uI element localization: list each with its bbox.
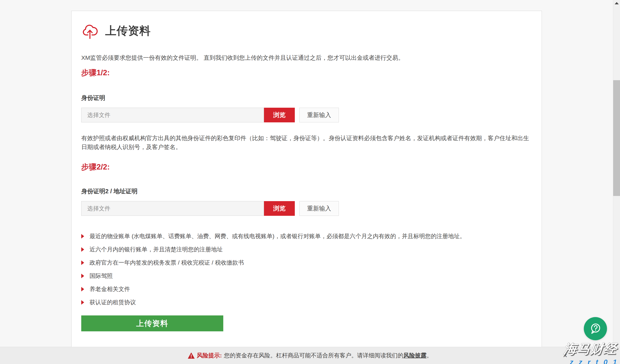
spacer: [295, 108, 299, 122]
list-item-text: 国际驾照: [90, 272, 113, 280]
triangle-bullet-icon: [81, 300, 84, 305]
close-icon[interactable]: ×: [563, 352, 567, 359]
identity-file-input[interactable]: [81, 108, 264, 122]
intro-text: XM监管必须要求您提供一份有效的文件证明。 直到我们收到您上传的文件并且认证通过…: [81, 54, 532, 62]
identity-upload-row: 浏览 重新输入: [81, 108, 532, 122]
help-chat-button[interactable]: [584, 317, 607, 340]
question-bubble-icon: [589, 322, 602, 335]
identity-browse-button[interactable]: 浏览: [264, 108, 295, 122]
address-browse-button[interactable]: 浏览: [264, 201, 295, 216]
list-item-text: 近六个月内的银行账单，并且清楚注明您的注册地址: [90, 245, 223, 253]
list-item: 国际驾照: [81, 273, 532, 279]
triangle-bullet-icon: [81, 287, 84, 291]
risk-warning-content: 风险提示: 您的资金存在风险。杠杆商品可能不适合所有客户。请详细阅读我们的风险披…: [188, 352, 432, 360]
scroll-up-arrow-icon[interactable]: [615, 2, 619, 4]
risk-disclosure-link[interactable]: 风险披露: [403, 352, 426, 359]
page-title: 上传资料: [105, 23, 151, 38]
cloud-upload-icon: [81, 23, 99, 39]
list-item: 获认证的租赁协议: [81, 300, 532, 305]
list-item: 近六个月内的银行账单，并且清楚注明您的注册地址: [81, 247, 532, 252]
list-item-text: 政府官方在一年内签发的税务发票 / 税收完税证 / 税收缴款书: [90, 259, 244, 267]
accepted-documents-list: 最近的物业账单 (水电煤账单、话费账单、油费、网费、或有线电视账单)，或者银行对…: [81, 233, 532, 305]
list-item-text: 获认证的租赁协议: [90, 299, 136, 306]
list-item: 政府官方在一年内签发的税务发票 / 税收完税证 / 税收缴款书: [81, 260, 532, 266]
list-item-text: 养老金相关文件: [90, 285, 130, 293]
identity-proof-label: 身份证明: [81, 94, 532, 102]
address-file-input[interactable]: [81, 201, 264, 216]
risk-warning-bar: 风险提示: 您的资金存在风险。杠杆商品可能不适合所有客户。请详细阅读我们的风险披…: [0, 347, 620, 364]
scrollbar-thumb[interactable]: [613, 80, 620, 196]
address-proof-label: 身份证明2 / 地址证明: [81, 187, 532, 196]
risk-warning-label: 风险提示:: [197, 352, 222, 360]
triangle-bullet-icon: [81, 260, 84, 265]
identity-reset-button[interactable]: 重新输入: [299, 108, 339, 122]
warning-triangle-icon: [188, 352, 195, 359]
risk-warning-text: 您的资金存在风险。杠杆商品可能不适合所有客户。请详细阅读我们的风险披露。: [224, 352, 432, 360]
upload-documents-button[interactable]: 上传资料: [81, 315, 223, 331]
identity-proof-description: 有效护照或者由权威机构官方出具的其他身份证件的彩色复印件（比如：驾驶证，身份证等…: [81, 134, 532, 152]
address-reset-button[interactable]: 重新输入: [299, 201, 339, 216]
triangle-bullet-icon: [81, 234, 84, 239]
vertical-scrollbar[interactable]: [613, 0, 620, 364]
step2-heading: 步骤2/2:: [81, 162, 532, 172]
card-header: 上传资料: [81, 23, 532, 39]
step1-heading: 步骤1/2:: [81, 68, 532, 78]
triangle-bullet-icon: [81, 247, 84, 252]
list-item: 养老金相关文件: [81, 286, 532, 292]
address-upload-row: 浏览 重新输入: [81, 201, 532, 216]
list-item-text: 最近的物业账单 (水电煤账单、话费账单、油费、网费、或有线电视账单)，或者银行对…: [90, 232, 465, 240]
upload-documents-card: 上传资料 XM监管必须要求您提供一份有效的文件证明。 直到我们收到您上传的文件并…: [71, 11, 542, 347]
triangle-bullet-icon: [81, 274, 84, 278]
list-item: 最近的物业账单 (水电煤账单、话费账单、油费、网费、或有线电视账单)，或者银行对…: [81, 233, 532, 239]
spacer: [295, 201, 299, 216]
